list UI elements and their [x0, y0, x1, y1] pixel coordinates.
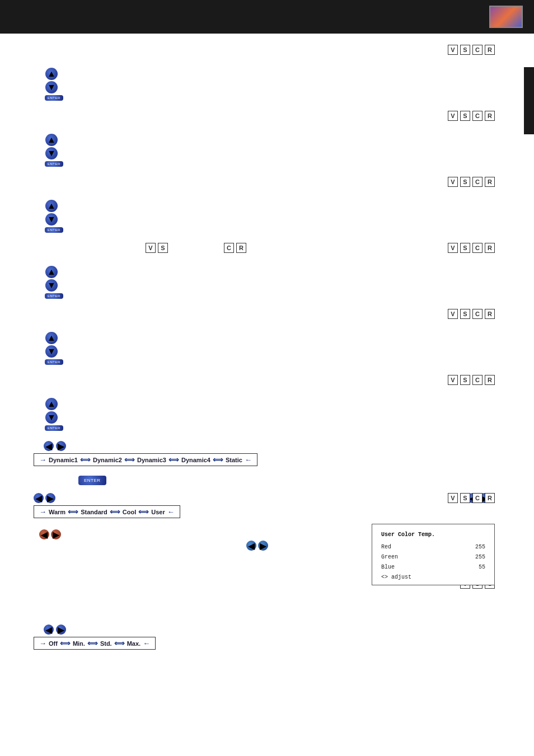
dnr-arrow-end: ←	[143, 639, 150, 647]
strip-arrow-end: ←	[245, 456, 252, 464]
enter-btn-2[interactable]: ENTER	[45, 161, 63, 167]
dynamic-selector-strip[interactable]: → Dynamic1 ⟺ Dynamic2 ⟺ Dynamic3 ⟺ Dynam…	[34, 453, 257, 466]
dnr-strip-section: ◀ ▶ → Off ⟺ Min. ⟺ Std. ⟺ Max. ←	[34, 624, 512, 650]
strip-item-dynamic3[interactable]: Dynamic3	[137, 457, 166, 463]
ct-sep-1: ⟺	[68, 508, 78, 516]
popup-value-blue: 55	[479, 562, 485, 572]
top-bar	[0, 0, 534, 34]
enter-btn-standalone[interactable]: ENTER	[78, 476, 106, 485]
badge-v-1: V	[448, 45, 458, 55]
color-temp-selector-strip[interactable]: → Warm ⟺ Standard ⟺ Cool ⟺ User ←	[34, 505, 180, 518]
vscr-badge-2: V S C R	[448, 111, 495, 123]
dynamic-strip-section: ◀ ▶ → Dynamic1 ⟺ Dynamic2 ⟺ Dynamic3 ⟺ D…	[34, 441, 512, 466]
section-2: V S C R ▲ ▼ ENTER	[34, 111, 512, 167]
badge-c-1: C	[472, 45, 483, 55]
enter-btn-5[interactable]: ENTER	[45, 359, 63, 365]
ct-item-user[interactable]: User	[151, 509, 165, 515]
enter-btn-6[interactable]: ENTER	[45, 425, 63, 431]
section-6: V S C R ▲ ▼ ENTER	[34, 375, 512, 431]
user-dpad-right-row: ◀ ▶	[246, 541, 268, 551]
badge-s-5: S	[460, 309, 470, 319]
ct-item-cool[interactable]: Cool	[123, 509, 136, 515]
badge-r-6: R	[485, 375, 495, 385]
dpad-down-3[interactable]: ▼	[45, 213, 58, 226]
dpad-down-4[interactable]: ▼	[45, 279, 58, 292]
badge-c-5: C	[472, 309, 483, 319]
enter-btn-4[interactable]: ENTER	[45, 293, 63, 299]
dnr-sep-3: ⟺	[114, 639, 125, 647]
dpad-group-2: ▲ ▼ ENTER	[45, 133, 90, 167]
ct-item-standard[interactable]: Standard	[81, 509, 107, 515]
enter-btn-1[interactable]: ENTER	[45, 95, 63, 101]
ct-arrow-end: ←	[167, 508, 175, 516]
inline-vs-cr: V S C R	[146, 243, 246, 255]
user-dpad-right[interactable]: ▶	[51, 529, 61, 539]
dnr-selector-strip[interactable]: → Off ⟺ Min. ⟺ Std. ⟺ Max. ←	[34, 637, 156, 650]
dpad-down-5[interactable]: ▼	[45, 345, 58, 358]
user-dpad-r-right[interactable]: ▶	[258, 541, 268, 551]
section-4: V S C R V S C R ▲ ▼ ENTER	[34, 243, 512, 299]
badge-v-4: V	[448, 243, 458, 253]
vscr-badge-ct: V S C R	[448, 493, 495, 505]
user-color-section: V S C R ◀ ▶ ◀ ▶ V S C User Color Temp	[34, 529, 512, 608]
badge-r-1: R	[485, 45, 495, 55]
vscr-badge-4: V S C R	[448, 243, 495, 255]
strip-item-dynamic2[interactable]: Dynamic2	[93, 457, 122, 463]
dnr-item-min[interactable]: Min.	[73, 640, 85, 647]
badge-c-inline: C	[224, 243, 234, 253]
enter-btn-3[interactable]: ENTER	[45, 227, 63, 233]
badge-r-3: R	[485, 177, 495, 187]
popup-label-red: Red	[381, 542, 391, 552]
color-temp-dpad-row: ◀ ▶ ◀ ▶	[34, 493, 512, 503]
ct-dpad-left: ◀ ▶	[34, 493, 55, 503]
user-dpad-left[interactable]: ◀	[39, 529, 49, 539]
ct-dpad-left-2[interactable]: ▶	[45, 493, 55, 503]
dnr-item-max[interactable]: Max.	[127, 640, 140, 647]
dnr-dpad-right[interactable]: ▶	[56, 624, 66, 635]
vscr-badge-3: V S C R	[448, 177, 495, 189]
user-dpad-r-left[interactable]: ◀	[246, 541, 256, 551]
ct-dpad-left-1[interactable]: ◀	[34, 493, 44, 503]
dnr-dpad-left[interactable]: ◀	[44, 624, 54, 635]
strip-sep-3: ⟺	[168, 456, 179, 464]
badge-s-1: S	[460, 45, 470, 55]
dnr-sep-2: ⟺	[87, 639, 98, 647]
dynamic-dpad-left[interactable]: ◀	[44, 441, 54, 451]
badge-r-inline: R	[236, 243, 246, 253]
dpad-down-2[interactable]: ▼	[45, 147, 58, 159]
dpad-up-4[interactable]: ▲	[45, 266, 58, 278]
dpad-up-2[interactable]: ▲	[45, 134, 58, 146]
preview-thumbnail	[489, 6, 523, 28]
dpad-up-5[interactable]: ▲	[45, 332, 58, 344]
badge-r-2: R	[485, 111, 495, 121]
popup-row-green: Green 255	[381, 552, 485, 562]
dnr-item-std[interactable]: Std.	[100, 640, 112, 647]
vscr-badge-1: V S C R	[448, 45, 495, 57]
badge-s-2: S	[460, 111, 470, 121]
dpad-down-1[interactable]: ▼	[45, 81, 58, 93]
strip-item-dynamic4[interactable]: Dynamic4	[181, 457, 210, 463]
badge-s-inline: S	[158, 243, 168, 253]
dnr-item-off[interactable]: Off	[49, 640, 58, 647]
dpad-up-3[interactable]: ▲	[45, 200, 58, 212]
dpad-group-6: ▲ ▼ ENTER	[45, 397, 90, 431]
ct-sep-2: ⟺	[110, 508, 120, 516]
ct-sep-3: ⟺	[138, 508, 149, 516]
dynamic-dpad-right[interactable]: ▶	[56, 441, 66, 451]
dpad-group-1: ▲ ▼ ENTER	[45, 67, 90, 101]
popup-label-blue: Blue	[381, 562, 395, 572]
badge-v-3: V	[448, 177, 458, 187]
badge-v-5: V	[448, 309, 458, 319]
dnr-arrow-start: →	[39, 639, 46, 647]
badge-v-6: V	[448, 375, 458, 385]
dpad-up-6[interactable]: ▲	[45, 398, 58, 410]
popup-label-green: Green	[381, 552, 398, 562]
ct-item-warm[interactable]: Warm	[49, 509, 65, 515]
dynamic-dpad-row: ◀ ▶	[34, 441, 512, 451]
badge-c-2: C	[472, 111, 483, 121]
dpad-up-1[interactable]: ▲	[45, 68, 58, 80]
badge-v-ct: V	[448, 493, 458, 503]
strip-item-static[interactable]: Static	[226, 457, 242, 463]
strip-item-dynamic1[interactable]: Dynamic1	[49, 457, 78, 463]
dpad-down-6[interactable]: ▼	[45, 411, 58, 424]
